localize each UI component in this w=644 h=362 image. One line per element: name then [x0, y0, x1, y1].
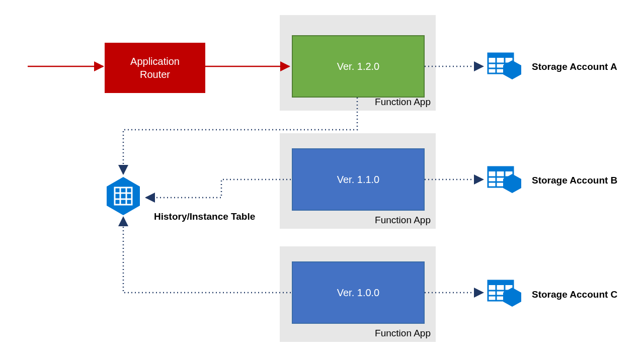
- storage-account-b-icon: [488, 167, 521, 193]
- arrow-v100-to-history: [123, 217, 291, 293]
- arrow-v110-to-history: [146, 179, 291, 198]
- storage-table-icon: [107, 177, 140, 215]
- storage-account-c-icon: [488, 281, 521, 307]
- svg-marker-0: [107, 177, 140, 215]
- diagram-svg: [0, 0, 644, 362]
- arrow-v120-to-history: [123, 98, 357, 174]
- svg-rect-14: [488, 167, 513, 171]
- svg-rect-21: [488, 281, 513, 285]
- svg-rect-7: [488, 53, 513, 58]
- storage-account-a-icon: [488, 53, 521, 79]
